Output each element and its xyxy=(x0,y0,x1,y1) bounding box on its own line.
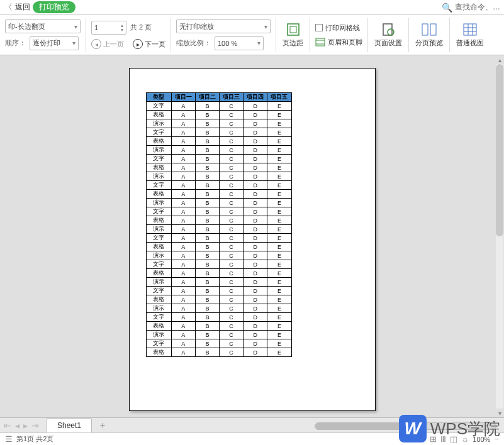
page-break-button[interactable]: 分页预览 xyxy=(409,18,450,52)
table-cell: E xyxy=(267,119,291,128)
back-arrow-icon[interactable]: 〈 xyxy=(4,2,13,13)
page-setup-label: 页面设置 xyxy=(374,38,402,48)
group-gridlines-hf: 打印网格线 页眉和页脚 xyxy=(310,18,368,52)
view-mode-1-icon[interactable]: ▭ xyxy=(418,434,426,444)
zoom-select[interactable]: 100 % ▾ xyxy=(215,36,264,50)
table-cell: D xyxy=(244,102,267,111)
margin-icon xyxy=(286,23,301,36)
table-cell: E xyxy=(267,225,291,234)
row-label: 演示 xyxy=(146,225,171,234)
scrollbar-thumb[interactable] xyxy=(496,64,503,236)
next-page-button[interactable]: ▸ 下一页 xyxy=(133,39,165,49)
order-select[interactable]: 逐份打印 ▾ xyxy=(30,36,79,50)
table-cell: A xyxy=(171,119,195,128)
table-cell: E xyxy=(267,322,291,331)
zoom-out-icon[interactable]: − xyxy=(494,434,499,444)
table-row: 文字ABCDE xyxy=(146,181,291,190)
tab-prev-icon[interactable]: ◂ xyxy=(15,420,20,431)
status-zoom[interactable]: 100% xyxy=(473,436,490,443)
row-label: 文字 xyxy=(146,207,171,216)
table-cell: B xyxy=(195,243,219,251)
order-row: 顺序： 逐份打印 ▾ xyxy=(5,36,81,50)
row-label: 演示 xyxy=(146,119,171,128)
table-cell: C xyxy=(219,304,243,313)
table-cell: A xyxy=(171,295,195,304)
table-cell: E xyxy=(267,269,291,278)
row-label: 演示 xyxy=(146,331,171,339)
table-cell: D xyxy=(244,181,267,190)
table-cell: B xyxy=(195,295,219,304)
margin-button[interactable]: 页边距 xyxy=(276,18,310,52)
table-cell: E xyxy=(267,234,291,243)
search-icon[interactable]: 🔍 xyxy=(442,3,452,13)
scroll-up-arrow-icon[interactable]: ▴ xyxy=(495,55,504,64)
table-row: 演示ABCDE xyxy=(146,251,291,260)
tab-first-icon[interactable]: ⇤ xyxy=(4,420,11,431)
row-label: 文字 xyxy=(146,339,171,348)
table-cell: B xyxy=(195,339,219,348)
table-cell: D xyxy=(244,137,267,146)
table-cell: D xyxy=(244,260,267,269)
table-row: 演示ABCDE xyxy=(146,278,291,287)
table-cell: A xyxy=(171,128,195,137)
scrollbar-track[interactable] xyxy=(496,64,503,409)
page-number-input[interactable]: 1 ▴▾ xyxy=(91,21,126,35)
tab-next-icon[interactable]: ▸ xyxy=(23,420,28,431)
table-cell: B xyxy=(195,216,219,225)
normal-view-icon xyxy=(462,23,478,36)
caret-down-icon: ▾ xyxy=(74,23,77,30)
table-cell: B xyxy=(195,172,219,181)
search-placeholder[interactable]: 查找命令、… xyxy=(455,2,500,13)
page-number-value: 1 xyxy=(94,24,98,31)
back-label[interactable]: 返回 xyxy=(15,2,30,13)
table-cell: C xyxy=(219,243,243,251)
add-sheet-button[interactable]: ＋ xyxy=(92,418,113,432)
table-row: 表格ABCDE xyxy=(146,348,291,357)
table-cell: B xyxy=(195,128,219,137)
group-zoom: 无打印缩放 ▾ 缩放比例： 100 % ▾ xyxy=(171,18,276,52)
table-cell: C xyxy=(219,260,243,269)
table-cell: E xyxy=(267,111,291,119)
sheet-tab-bar: ⇤ ◂ ▸ ⇥ Sheet1 ＋ xyxy=(0,417,504,432)
row-label: 文字 xyxy=(146,102,171,111)
vertical-scrollbar[interactable]: ▴ ▾ xyxy=(495,55,504,417)
table-cell: C xyxy=(219,331,243,339)
table-cell: B xyxy=(195,102,219,111)
print-preview-badge: 打印预览 xyxy=(33,1,76,13)
scale-select[interactable]: 无打印缩放 ▾ xyxy=(176,19,271,33)
svg-rect-2 xyxy=(316,38,325,46)
horizontal-scrollbar[interactable] xyxy=(113,418,504,432)
table-header: 项目一 xyxy=(171,93,195,102)
tab-last-icon[interactable]: ⇥ xyxy=(31,420,39,431)
table-cell: A xyxy=(171,207,195,216)
table-cell: B xyxy=(195,119,219,128)
table-row: 文字ABCDE xyxy=(146,313,291,322)
page-setup-button[interactable]: 页面设置 xyxy=(368,18,409,52)
scroll-down-arrow-icon[interactable]: ▾ xyxy=(495,409,504,417)
brightness-icon[interactable]: ☼ xyxy=(461,434,469,444)
table-cell: D xyxy=(244,339,267,348)
status-menu-icon[interactable]: ☰ xyxy=(5,434,13,444)
table-cell: C xyxy=(219,111,243,119)
gridlines-checkbox[interactable]: 打印网格线 xyxy=(315,23,362,33)
table-row: 表格ABCDE xyxy=(146,111,291,119)
table-cell: D xyxy=(244,295,267,304)
table-cell: A xyxy=(171,331,195,339)
data-table: 类型项目一项目二项目三项目四项目五 文字ABCDE表格ABCDE演示ABCDE文… xyxy=(146,92,292,357)
table-cell: A xyxy=(171,199,195,207)
header-footer-button[interactable]: 页眉和页脚 xyxy=(315,38,362,47)
tab-sheet1[interactable]: Sheet1 xyxy=(47,418,92,432)
page-nav-row: ◂ 上一页 ▸ 下一页 xyxy=(91,39,165,49)
margin-label: 页边距 xyxy=(283,38,303,48)
table-row: 文字ABCDE xyxy=(146,155,291,163)
flip-select[interactable]: 印-长边翻页 ▾ xyxy=(5,19,81,33)
table-cell: B xyxy=(195,111,219,119)
view-mode-2-icon[interactable]: ⊞ xyxy=(430,434,437,444)
table-cell: E xyxy=(267,102,291,111)
view-mode-4-icon[interactable]: ◫ xyxy=(450,434,457,444)
table-cell: E xyxy=(267,295,291,304)
view-mode-3-icon[interactable]: Ⅲ xyxy=(440,434,446,444)
table-row: 表格ABCDE xyxy=(146,243,291,251)
normal-view-button[interactable]: 普通视图 xyxy=(450,18,490,52)
table-cell: A xyxy=(171,339,195,348)
